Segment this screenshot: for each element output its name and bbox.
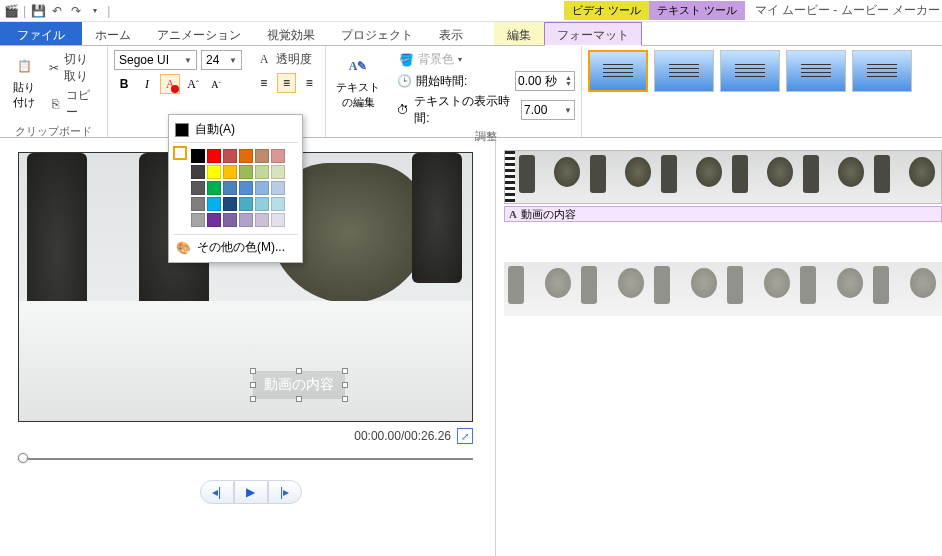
color-cell[interactable] — [255, 213, 269, 227]
edit-text-button[interactable]: A✎ テキスト の編集 — [332, 50, 384, 112]
bg-color-button: 🪣背景色 ▾ — [396, 50, 575, 69]
group-adjust: 🪣背景色 ▾ 🕒 開始時間: 0.00 秒 ▲▼ ⏱ テキストの表示時間: 7.… — [390, 46, 582, 137]
color-cell[interactable] — [271, 213, 285, 227]
color-cell[interactable] — [207, 197, 221, 211]
color-cell[interactable] — [239, 213, 253, 227]
color-cell[interactable] — [223, 213, 237, 227]
seek-bar[interactable] — [18, 456, 473, 462]
transparency-button[interactable]: A透明度 — [254, 50, 319, 69]
timeline-pane: A 動画の内容 — [495, 138, 942, 556]
copy-button[interactable]: ⎘コピー — [46, 86, 101, 122]
color-cell[interactable] — [191, 181, 205, 195]
save-icon[interactable]: 💾 — [29, 2, 47, 20]
color-cell[interactable] — [239, 181, 253, 195]
effect-thumb-2[interactable] — [654, 50, 714, 92]
effect-thumb-4[interactable] — [786, 50, 846, 92]
clip-thumb[interactable] — [586, 151, 657, 203]
text-overlay-box[interactable]: 動画の内容 — [253, 371, 345, 399]
next-frame-button[interactable]: |▸ — [268, 480, 302, 504]
cut-button[interactable]: ✂切り取り — [46, 50, 101, 86]
film-edge-icon — [505, 151, 515, 203]
effect-thumb-1[interactable] — [588, 50, 648, 92]
ribbon: 📋 貼り 付け ✂切り取り ⎘コピー クリップボード Segoe UI▼ 24▼… — [0, 46, 942, 138]
tab-edit[interactable]: 編集 — [494, 22, 544, 45]
fullscreen-button[interactable]: ⤢ — [457, 428, 473, 444]
start-time-label: 開始時間: — [416, 73, 467, 90]
duration-input[interactable]: 7.00 ▼ — [521, 100, 575, 120]
group-label-clipboard: クリップボード — [6, 122, 101, 139]
duration-label: テキストの表示時間: — [414, 93, 513, 127]
font-name-select[interactable]: Segoe UI▼ — [114, 50, 197, 70]
tab-format[interactable]: フォーマット — [544, 22, 642, 46]
color-cell[interactable] — [207, 181, 221, 195]
clip-thumb[interactable] — [870, 151, 941, 203]
color-cell[interactable] — [239, 165, 253, 179]
undo-icon[interactable]: ↶ — [48, 2, 66, 20]
tab-animation[interactable]: アニメーション — [144, 22, 254, 45]
color-cell[interactable] — [271, 181, 285, 195]
color-cell[interactable] — [207, 165, 221, 179]
effect-thumb-3[interactable] — [720, 50, 780, 92]
seek-thumb[interactable] — [18, 453, 28, 463]
workspace: 動画の内容 00:00.00/00:26.26 ⤢ ◂| ▶ |▸ — [0, 138, 942, 556]
color-white-selected[interactable] — [173, 146, 187, 160]
color-cell[interactable] — [255, 149, 269, 163]
video-clip-strip[interactable] — [504, 150, 942, 204]
color-cell[interactable] — [239, 149, 253, 163]
align-center-button[interactable]: ≡ — [277, 73, 297, 93]
paste-button[interactable]: 📋 貼り 付け — [6, 50, 42, 122]
color-cell[interactable] — [239, 197, 253, 211]
ribbon-tabs: ファイル ホーム アニメーション 視覚効果 プロジェクト 表示 編集 フォーマッ… — [0, 22, 942, 46]
italic-button[interactable]: I — [137, 74, 157, 94]
color-cell[interactable] — [223, 197, 237, 211]
text-track[interactable]: A 動画の内容 — [504, 206, 942, 222]
chevron-down-icon: ▼ — [184, 56, 192, 65]
prev-frame-button[interactable]: ◂| — [200, 480, 234, 504]
start-time-input[interactable]: 0.00 秒 ▲▼ — [515, 71, 575, 91]
grow-font-button[interactable]: Aˆ — [183, 74, 203, 94]
play-button[interactable]: ▶ — [234, 480, 268, 504]
text-track-icon: A — [509, 208, 517, 220]
color-cell[interactable] — [191, 149, 205, 163]
color-cell[interactable] — [255, 181, 269, 195]
bucket-icon: 🪣 — [398, 52, 414, 68]
clip-thumb[interactable] — [728, 151, 799, 203]
clip-thumb[interactable] — [515, 151, 586, 203]
redo-icon[interactable]: ↷ — [67, 2, 85, 20]
app-icon[interactable]: 🎬 — [2, 2, 20, 20]
color-cell[interactable] — [191, 197, 205, 211]
color-cell[interactable] — [255, 197, 269, 211]
color-picker-popup: 自動(A) 🎨 その他の色(M)... — [168, 114, 303, 263]
bold-button[interactable]: B — [114, 74, 134, 94]
clip-thumb[interactable] — [799, 151, 870, 203]
color-cell[interactable] — [223, 149, 237, 163]
tab-view[interactable]: 表示 — [426, 22, 476, 45]
tab-file[interactable]: ファイル — [0, 22, 82, 45]
color-cell[interactable] — [271, 197, 285, 211]
align-right-button[interactable]: ≡ — [299, 73, 319, 93]
color-cell[interactable] — [207, 213, 221, 227]
video-clip-strip-ghost — [504, 262, 942, 316]
tab-home[interactable]: ホーム — [82, 22, 144, 45]
color-cell[interactable] — [271, 149, 285, 163]
color-cell[interactable] — [271, 165, 285, 179]
more-colors-row[interactable]: 🎨 その他の色(M)... — [173, 237, 298, 258]
color-cell[interactable] — [207, 149, 221, 163]
color-cell[interactable] — [223, 181, 237, 195]
color-cell[interactable] — [191, 165, 205, 179]
context-tab-video: ビデオ ツール — [564, 1, 649, 20]
cut-icon: ✂ — [48, 60, 60, 76]
effect-thumb-5[interactable] — [852, 50, 912, 92]
tab-project[interactable]: プロジェクト — [328, 22, 426, 45]
font-color-button[interactable]: A▾ — [160, 74, 180, 94]
color-cell[interactable] — [223, 165, 237, 179]
font-size-select[interactable]: 24▼ — [201, 50, 242, 70]
tab-visual[interactable]: 視覚効果 — [254, 22, 328, 45]
color-cell[interactable] — [191, 213, 205, 227]
color-cell[interactable] — [255, 165, 269, 179]
shrink-font-button[interactable]: Aˇ — [206, 74, 226, 94]
color-auto-row[interactable]: 自動(A) — [173, 119, 298, 140]
qat-more-icon[interactable]: ▾ — [86, 2, 104, 20]
align-left-button[interactable]: ≡ — [254, 73, 274, 93]
clip-thumb[interactable] — [657, 151, 728, 203]
